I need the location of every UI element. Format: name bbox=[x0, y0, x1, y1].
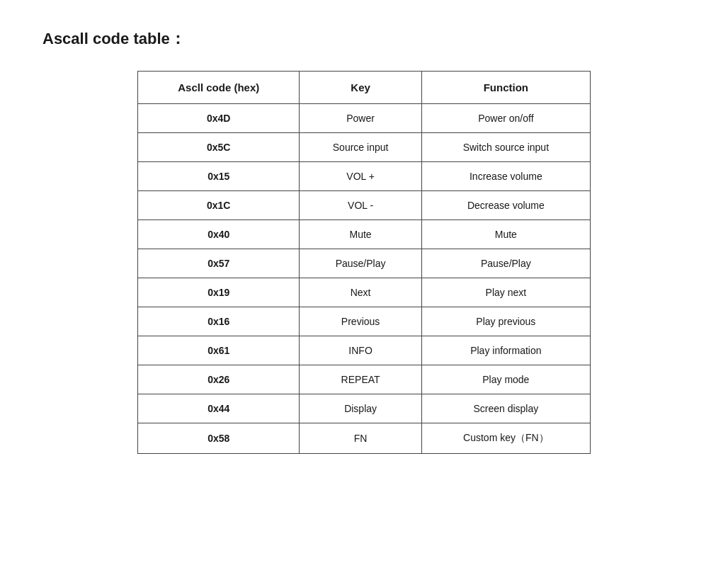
table-row: 0x61INFOPlay information bbox=[138, 336, 591, 365]
cell-code: 0x40 bbox=[138, 220, 300, 249]
cell-code: 0x4D bbox=[138, 104, 300, 133]
cell-function: Pause/Play bbox=[421, 249, 590, 278]
ascii-code-table: Ascll code (hex) Key Function 0x4DPowerP… bbox=[137, 71, 591, 454]
table-container: Ascll code (hex) Key Function 0x4DPowerP… bbox=[42, 71, 686, 454]
cell-key: Source input bbox=[300, 133, 421, 162]
table-row: 0x15VOL +Increase volume bbox=[138, 162, 591, 191]
cell-code: 0x58 bbox=[138, 423, 300, 454]
cell-key: Display bbox=[300, 394, 421, 423]
cell-code: 0x44 bbox=[138, 394, 300, 423]
cell-code: 0x15 bbox=[138, 162, 300, 191]
table-row: 0x1CVOL -Decrease volume bbox=[138, 191, 591, 220]
cell-function: Screen display bbox=[421, 394, 590, 423]
cell-code: 0x57 bbox=[138, 249, 300, 278]
table-row: 0x19NextPlay next bbox=[138, 278, 591, 307]
cell-function: Power on/off bbox=[421, 104, 590, 133]
table-row: 0x4DPowerPower on/off bbox=[138, 104, 591, 133]
cell-function: Play mode bbox=[421, 365, 590, 394]
table-row: 0x16PreviousPlay previous bbox=[138, 307, 591, 336]
cell-function: Play next bbox=[421, 278, 590, 307]
cell-function: Play information bbox=[421, 336, 590, 365]
cell-code: 0x61 bbox=[138, 336, 300, 365]
cell-key: REPEAT bbox=[300, 365, 421, 394]
table-header-row: Ascll code (hex) Key Function bbox=[138, 72, 591, 104]
cell-code: 0x5C bbox=[138, 133, 300, 162]
cell-key: VOL - bbox=[300, 191, 421, 220]
cell-key: Pause/Play bbox=[300, 249, 421, 278]
table-row: 0x44DisplayScreen display bbox=[138, 394, 591, 423]
cell-key: Previous bbox=[300, 307, 421, 336]
page-title: Ascall code table： bbox=[42, 28, 686, 50]
cell-function: Play previous bbox=[421, 307, 590, 336]
table-row: 0x57Pause/PlayPause/Play bbox=[138, 249, 591, 278]
table-row: 0x40MuteMute bbox=[138, 220, 591, 249]
header-function: Function bbox=[421, 72, 590, 104]
cell-function: Decrease volume bbox=[421, 191, 590, 220]
header-key: Key bbox=[300, 72, 421, 104]
cell-code: 0x16 bbox=[138, 307, 300, 336]
table-row: 0x58FNCustom key（FN） bbox=[138, 423, 591, 454]
cell-code: 0x1C bbox=[138, 191, 300, 220]
header-code: Ascll code (hex) bbox=[138, 72, 300, 104]
cell-key: FN bbox=[300, 423, 421, 454]
cell-key: Next bbox=[300, 278, 421, 307]
table-row: 0x5CSource inputSwitch source input bbox=[138, 133, 591, 162]
cell-code: 0x19 bbox=[138, 278, 300, 307]
table-row: 0x26REPEATPlay mode bbox=[138, 365, 591, 394]
cell-function: Increase volume bbox=[421, 162, 590, 191]
cell-function: Mute bbox=[421, 220, 590, 249]
cell-code: 0x26 bbox=[138, 365, 300, 394]
cell-key: INFO bbox=[300, 336, 421, 365]
cell-key: Mute bbox=[300, 220, 421, 249]
cell-function: Custom key（FN） bbox=[421, 423, 590, 454]
cell-key: VOL + bbox=[300, 162, 421, 191]
cell-key: Power bbox=[300, 104, 421, 133]
cell-function: Switch source input bbox=[421, 133, 590, 162]
